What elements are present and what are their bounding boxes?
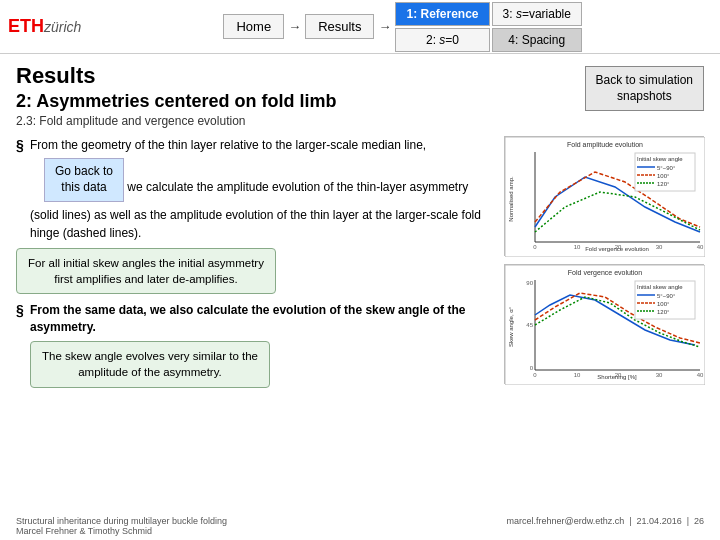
- bullet1-block: § From the geometry of the thin layer re…: [16, 136, 496, 241]
- tooltip2: The skew angle evolves very similar to t…: [30, 341, 270, 387]
- bullet2-marker: §: [16, 301, 30, 321]
- svg-text:Initial skew angle: Initial skew angle: [637, 284, 683, 290]
- svg-text:20: 20: [615, 372, 622, 378]
- page-subtitle: 2: Asymmetries centered on fold limb: [16, 91, 336, 111]
- back-to-snapshots-button[interactable]: Back to simulation snapshots: [585, 66, 704, 111]
- bullet1-text: From the geometry of the thin layer rela…: [30, 136, 496, 241]
- chart-amplitude: Fold amplitude evolution Normalised amp.…: [504, 136, 704, 256]
- main-content: Back to simulation snapshots Results 2: …: [0, 54, 720, 402]
- svg-text:40: 40: [697, 372, 704, 378]
- svg-text:100°: 100°: [657, 301, 670, 307]
- footer-left: Structural inheritance during multilayer…: [16, 516, 227, 536]
- nav-svariable[interactable]: 3: s=variable: [492, 2, 582, 26]
- svg-text:100°: 100°: [657, 173, 670, 179]
- footer-right: marcel.frehner@erdw.ethz.ch | 21.04.2016…: [507, 516, 704, 536]
- charts-section: Fold amplitude evolution Normalised amp.…: [504, 136, 704, 391]
- nav-spacing[interactable]: 4: Spacing: [492, 28, 582, 52]
- zurich-text: zürich: [44, 19, 81, 35]
- svg-text:Initial skew angle: Initial skew angle: [637, 156, 683, 162]
- svg-text:Normalised amp.: Normalised amp.: [508, 176, 514, 222]
- header: ETH zürich Home → Results → 1: Reference…: [0, 0, 720, 54]
- nav: Home → Results → 1: Reference 3: s=varia…: [93, 2, 712, 52]
- svg-text:30: 30: [656, 372, 663, 378]
- arrow1: →: [288, 19, 301, 34]
- arrow2: →: [378, 19, 391, 34]
- eth-logo: ETH zürich: [8, 16, 81, 37]
- svg-text:90: 90: [526, 280, 533, 286]
- go-back-button[interactable]: Go back to this data: [44, 158, 124, 201]
- back-btn-wrapper: Back to simulation snapshots: [585, 62, 704, 111]
- svg-text:5°−90°: 5°−90°: [657, 293, 676, 299]
- svg-text:120°: 120°: [657, 309, 670, 315]
- footer: Structural inheritance during multilayer…: [16, 516, 704, 536]
- tooltip1: For all initial skew angles the initial …: [16, 248, 276, 294]
- svg-text:30: 30: [656, 244, 663, 250]
- svg-text:10: 10: [574, 244, 581, 250]
- svg-text:120°: 120°: [657, 181, 670, 187]
- home-nav[interactable]: Home: [223, 14, 284, 39]
- bullet2-text: From the same data, we also calculate th…: [30, 302, 496, 336]
- svg-text:Fold vergence evolution: Fold vergence evolution: [568, 269, 642, 277]
- bullet1-marker: §: [16, 135, 30, 156]
- svg-text:45: 45: [526, 322, 533, 328]
- text-section: § From the geometry of the thin layer re…: [16, 136, 496, 391]
- nav-reference[interactable]: 1: Reference: [395, 2, 489, 26]
- svg-text:40: 40: [697, 244, 704, 250]
- svg-text:Fold amplitude evolution: Fold amplitude evolution: [567, 141, 643, 149]
- results-nav[interactable]: Results: [305, 14, 374, 39]
- nav-grid: 1: Reference 3: s=variable 2: s=0 4: Spa…: [395, 2, 581, 52]
- bullet2-block: § From the same data, we also calculate …: [16, 302, 496, 336]
- svg-text:Skew angle, α°: Skew angle, α°: [508, 307, 514, 348]
- svg-text:5°−90°: 5°−90°: [657, 165, 676, 171]
- svg-text:10: 10: [574, 372, 581, 378]
- section-title: 2.3: Fold amplitude and vergence evoluti…: [16, 114, 704, 128]
- chart-skew: Fold vergence evolution Skew angle, α° S…: [504, 264, 704, 384]
- eth-text: ETH: [8, 16, 44, 37]
- nav-s0[interactable]: 2: s=0: [395, 28, 489, 52]
- content-area: § From the geometry of the thin layer re…: [16, 136, 704, 391]
- svg-text:20: 20: [615, 244, 622, 250]
